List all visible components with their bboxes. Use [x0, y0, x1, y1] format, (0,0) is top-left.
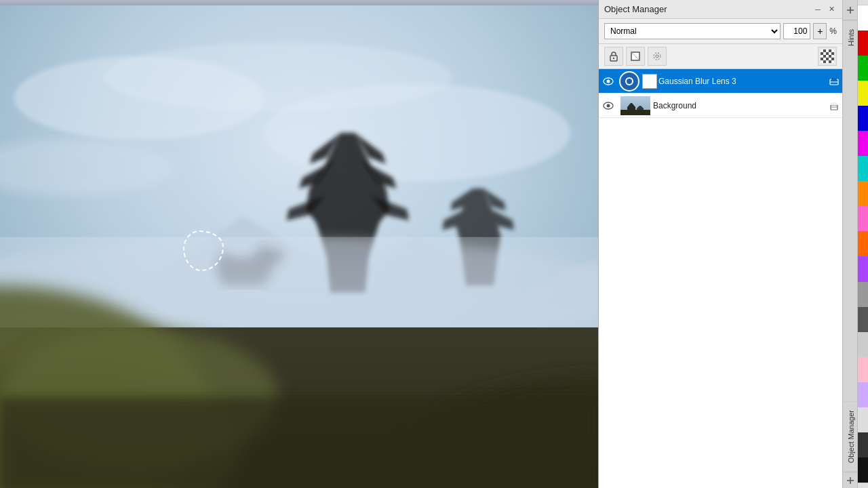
crosshair-button[interactable] [843, 472, 858, 488]
lock-button[interactable] [604, 47, 623, 66]
color-swatch-green[interactable] [858, 56, 868, 81]
layer-name-background: Background [653, 101, 829, 110]
layer-options-background[interactable] [829, 100, 840, 111]
visibility-icon-gaussian[interactable] [599, 69, 618, 94]
title-icons: ─ ✕ [812, 4, 837, 15]
color-swatch-magenta[interactable] [858, 131, 868, 156]
minimize-button[interactable]: ─ [812, 4, 823, 15]
svg-point-33 [656, 55, 658, 58]
palette-top [858, 0, 868, 5]
opacity-plus-button[interactable]: + [813, 23, 827, 39]
close-button[interactable]: ✕ [826, 4, 837, 15]
color-swatch-pink[interactable] [858, 206, 868, 231]
color-swatch-darkgray[interactable] [858, 432, 868, 458]
color-swatch-black[interactable] [858, 458, 868, 483]
palette-bottom [858, 483, 868, 488]
panel-title: Object Manager [604, 4, 667, 14]
svg-point-32 [654, 53, 660, 60]
color-swatch-lightgray[interactable] [858, 332, 868, 357]
layer-mask-gaussian [642, 74, 657, 89]
color-palette [857, 0, 868, 488]
color-swatch-cyan[interactable] [858, 156, 868, 181]
color-swatch-amber[interactable] [858, 231, 868, 256]
color-swatch-lightpurple[interactable] [858, 382, 868, 407]
color-swatch-violet[interactable] [858, 256, 868, 281]
layer-name-gaussian: Gaussian Blur Lens 3 [658, 77, 829, 86]
layers-list[interactable]: Gaussian Blur Lens 3 [599, 69, 842, 488]
color-swatch-yellow[interactable] [858, 81, 868, 106]
layer-options-gaussian[interactable] [829, 76, 840, 87]
color-swatch-gray1[interactable] [858, 282, 868, 307]
sidebar-top-icon[interactable] [843, 0, 858, 20]
color-swatch-gray2[interactable] [858, 307, 868, 332]
percent-label: % [829, 26, 837, 36]
visibility-icon-background[interactable] [599, 94, 618, 118]
landscape-image [0, 0, 598, 488]
checker-button[interactable] [818, 47, 837, 66]
top-bar [0, 0, 598, 5]
svg-point-3 [104, 43, 452, 113]
svg-rect-27 [0, 397, 598, 488]
svg-point-35 [607, 79, 610, 83]
layer-thumb-background [620, 96, 650, 115]
svg-point-40 [607, 104, 610, 107]
sidebar-spacer [843, 54, 857, 401]
svg-rect-44 [620, 110, 650, 115]
effect-button[interactable] [648, 47, 667, 66]
hints-tab[interactable]: Hints [843, 20, 858, 54]
svg-rect-46 [831, 102, 837, 105]
color-swatch-blue[interactable] [858, 106, 868, 131]
toolbar-row [599, 44, 842, 69]
mask-button[interactable] [626, 47, 645, 66]
canvas-area[interactable] [0, 0, 598, 488]
color-swatch-verylightgray[interactable] [858, 407, 868, 432]
svg-point-29 [613, 58, 614, 59]
color-swatch-white[interactable] [858, 5, 868, 30]
color-swatch-orange[interactable] [858, 181, 868, 206]
svg-rect-45 [831, 105, 837, 110]
layer-thumb-gaussian [619, 71, 639, 92]
blend-mode-select[interactable]: NormalMultiplyScreenOverlayDarkenLighten… [604, 23, 781, 39]
right-sidebar: Hints Object Manager [842, 0, 857, 488]
checker-icon [821, 49, 834, 63]
layer-row-gaussian[interactable]: Gaussian Blur Lens 3 [599, 69, 842, 94]
object-manager-tab[interactable]: Object Manager [843, 401, 858, 472]
color-swatch-red[interactable] [858, 30, 868, 56]
layer-row-background[interactable]: Background [599, 94, 842, 118]
object-manager-panel: Object Manager ─ ✕ NormalMultiplyScreenO… [598, 0, 842, 488]
opacity-input[interactable]: 100 [783, 23, 810, 39]
panel-title-bar: Object Manager ─ ✕ [599, 0, 842, 19]
color-swatch-lightpink[interactable] [858, 357, 868, 382]
blend-row: NormalMultiplyScreenOverlayDarkenLighten… [599, 19, 842, 44]
svg-rect-37 [831, 78, 837, 81]
